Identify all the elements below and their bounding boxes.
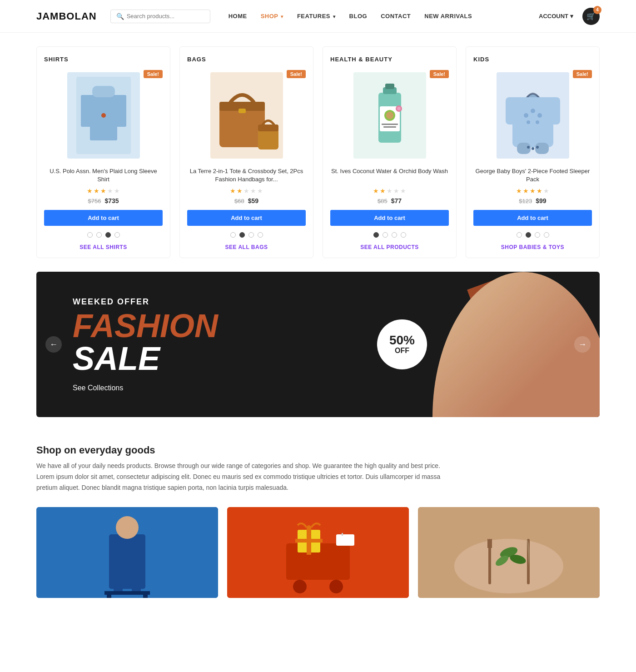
sale-price-bags: $59: [248, 197, 258, 204]
banner-discount-circle: 50% OFF: [377, 319, 427, 369]
svg-rect-15: [385, 84, 394, 89]
banner-title-sale: SALE: [73, 342, 218, 375]
shop-image-fashion[interactable]: [36, 507, 218, 598]
star-1: ★: [516, 187, 522, 194]
prices-bags: $68 $59: [187, 197, 306, 204]
banner-cta-link[interactable]: See Collections: [73, 384, 123, 392]
dot-1[interactable]: [230, 232, 236, 238]
star-5: ★: [543, 187, 549, 194]
star-2: ★: [237, 187, 243, 194]
dot-3[interactable]: [392, 232, 397, 238]
nav-blog[interactable]: BLOG: [349, 13, 368, 20]
discount-percentage: 50%: [389, 334, 415, 347]
original-price-health: $85: [378, 198, 388, 204]
stars-shirts: ★ ★ ★ ★ ★: [44, 187, 163, 194]
header-right: ACCOUNT ▾ 🛒 4: [539, 8, 600, 25]
dot-2[interactable]: [383, 232, 388, 238]
svg-point-34: [527, 146, 530, 149]
dot-2[interactable]: [239, 232, 245, 238]
star-2: ★: [523, 187, 529, 194]
star-5: ★: [114, 187, 120, 194]
see-all-bags[interactable]: SEE ALL BAGS: [187, 244, 306, 250]
category-card-bags: BAGS Sale!: [179, 46, 313, 258]
product-name-health: St. Ives Coconut Water & Orchid Body Was…: [330, 167, 449, 184]
svg-rect-40: [114, 571, 123, 593]
svg-rect-41: [132, 571, 141, 593]
svg-rect-42: [104, 591, 150, 595]
nav-features[interactable]: FEATURES ▾: [297, 13, 336, 20]
svg-rect-60: [489, 539, 490, 548]
shop-image-food[interactable]: [418, 507, 600, 598]
banner-next-button[interactable]: →: [574, 336, 591, 353]
account-button[interactable]: ACCOUNT ▾: [539, 13, 573, 20]
nav-home[interactable]: HOME: [229, 13, 247, 20]
star-3: ★: [100, 187, 106, 194]
nav-shop[interactable]: SHOP ▾: [261, 13, 283, 20]
dot-2[interactable]: [96, 232, 102, 238]
search-bar[interactable]: 🔍: [110, 10, 210, 23]
nav-new-arrivals[interactable]: NEW ARRIVALS: [424, 13, 472, 20]
kids-product-image: [497, 72, 569, 159]
search-input[interactable]: [127, 13, 204, 20]
dot-3[interactable]: [248, 232, 254, 238]
shop-images-grid: [36, 507, 600, 598]
star-4: ★: [537, 187, 542, 194]
sale-badge-shirts: Sale!: [144, 70, 163, 78]
shop-section: Shop on everyday goods We have all of yo…: [0, 435, 636, 616]
add-to-cart-shirts[interactable]: Add to cart: [44, 210, 163, 226]
bag-product-image: [210, 72, 283, 159]
svg-point-29: [524, 113, 528, 118]
svg-point-36: [536, 146, 539, 149]
cart-button[interactable]: 🛒 4: [582, 8, 600, 25]
svg-point-56: [454, 539, 563, 593]
star-2: ★: [94, 187, 99, 194]
product-image-shirts: Sale!: [44, 70, 163, 161]
svg-point-5: [101, 113, 106, 118]
dot-3[interactable]: [105, 232, 111, 238]
dot-2[interactable]: [526, 232, 531, 238]
add-to-cart-health[interactable]: Add to cart: [330, 210, 449, 226]
svg-point-30: [531, 109, 535, 113]
svg-point-33: [536, 120, 539, 124]
star-4: ★: [107, 187, 113, 194]
product-image-kids: Sale!: [473, 70, 592, 161]
dot-3[interactable]: [535, 232, 540, 238]
dot-4[interactable]: [258, 232, 263, 238]
add-to-cart-bags[interactable]: Add to cart: [187, 210, 306, 226]
dot-1[interactable]: [373, 232, 379, 238]
dot-4[interactable]: [114, 232, 120, 238]
dot-1[interactable]: [87, 232, 93, 238]
see-all-kids[interactable]: SHOP BABIES & TOYS: [473, 244, 592, 250]
star-4: ★: [250, 187, 256, 194]
dot-4[interactable]: [544, 232, 549, 238]
sale-price-health: $77: [391, 197, 402, 204]
category-title-shirts: SHIRTS: [44, 56, 163, 63]
dot-4[interactable]: [401, 232, 406, 238]
account-caret: ▾: [570, 13, 573, 20]
product-name-shirts: U.S. Polo Assn. Men's Plaid Long Sleeve …: [44, 167, 163, 184]
category-title-health: HEALTH & BEAUTY: [330, 56, 449, 63]
svg-point-47: [293, 580, 307, 593]
banner-prev-button[interactable]: ←: [45, 336, 62, 353]
nav-contact[interactable]: CONTACT: [381, 13, 411, 20]
svg-point-52: [307, 525, 311, 530]
add-to-cart-kids[interactable]: Add to cart: [473, 210, 592, 226]
original-price-shirts: $756: [88, 198, 101, 204]
original-price-bags: $68: [234, 198, 244, 204]
shop-image-gifts[interactable]: [227, 507, 409, 598]
svg-rect-22: [383, 126, 396, 128]
dot-1[interactable]: [517, 232, 522, 238]
svg-point-39: [116, 516, 139, 539]
original-price-kids: $123: [519, 198, 532, 204]
see-all-shirts[interactable]: SEE ALL SHIRTS: [44, 244, 163, 250]
star-5: ★: [400, 187, 406, 194]
svg-rect-4: [92, 86, 115, 97]
see-all-health[interactable]: SEE ALL PRODUCTS: [330, 244, 449, 250]
stars-kids: ★ ★ ★ ★ ★: [473, 187, 592, 194]
dots-kids: [473, 232, 592, 238]
svg-rect-2: [81, 95, 94, 127]
svg-rect-21: [382, 124, 398, 125]
svg-rect-61: [491, 539, 492, 548]
product-name-bags: La Terre 2-in-1 Tote & Crossbody Set, 2P…: [187, 167, 306, 184]
sale-badge-bags: Sale!: [287, 70, 306, 78]
